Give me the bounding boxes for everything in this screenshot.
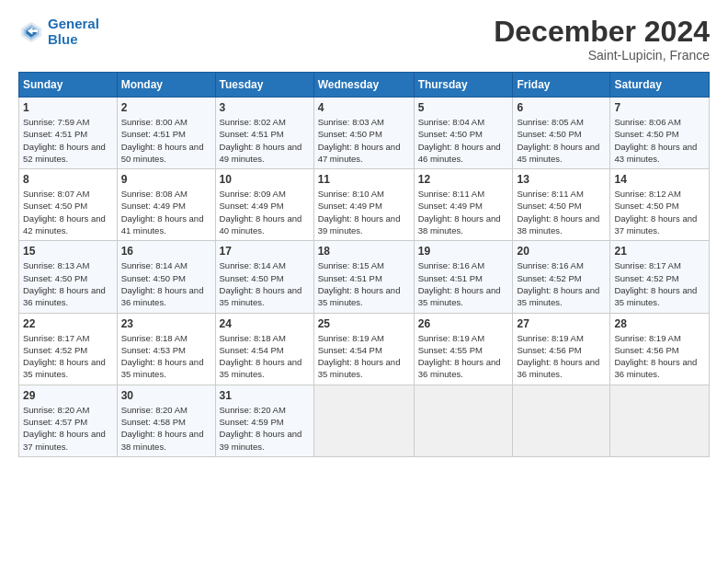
day-number: 3 xyxy=(220,101,310,114)
day-number: 31 xyxy=(220,389,310,402)
day-number: 11 xyxy=(318,173,410,186)
calendar-cell: 24 Sunrise: 8:18 AM Sunset: 4:54 PM Dayl… xyxy=(215,313,313,385)
day-info: Sunrise: 8:11 AM Sunset: 4:50 PM Dayligh… xyxy=(517,188,606,236)
location: Saint-Lupicin, France xyxy=(494,48,710,63)
calendar-cell xyxy=(513,385,610,456)
col-friday: Friday xyxy=(513,73,610,98)
day-info: Sunrise: 8:05 AM Sunset: 4:50 PM Dayligh… xyxy=(517,116,606,165)
day-info: Sunrise: 8:00 AM Sunset: 4:51 PM Dayligh… xyxy=(121,116,211,165)
header-row: Sunday Monday Tuesday Wednesday Thursday… xyxy=(19,73,710,98)
day-info: Sunrise: 8:10 AM Sunset: 4:49 PM Dayligh… xyxy=(318,188,410,236)
day-number: 29 xyxy=(23,389,113,402)
day-number: 19 xyxy=(418,245,509,258)
calendar-cell: 29 Sunrise: 8:20 AM Sunset: 4:57 PM Dayl… xyxy=(19,385,118,456)
calendar-cell: 16 Sunrise: 8:14 AM Sunset: 4:50 PM Dayl… xyxy=(117,241,215,313)
calendar-cell: 11 Sunrise: 8:10 AM Sunset: 4:49 PM Dayl… xyxy=(313,169,414,241)
logo-icon xyxy=(18,19,44,45)
day-info: Sunrise: 8:11 AM Sunset: 4:49 PM Dayligh… xyxy=(418,188,509,236)
day-number: 4 xyxy=(318,101,410,114)
day-number: 14 xyxy=(614,173,705,186)
day-info: Sunrise: 8:19 AM Sunset: 4:55 PM Dayligh… xyxy=(418,332,509,381)
day-number: 18 xyxy=(318,245,410,258)
calendar-cell: 10 Sunrise: 8:09 AM Sunset: 4:49 PM Dayl… xyxy=(215,169,313,241)
day-number: 6 xyxy=(517,101,606,114)
calendar-cell: 22 Sunrise: 8:17 AM Sunset: 4:52 PM Dayl… xyxy=(19,313,118,385)
calendar-week-row: 15 Sunrise: 8:13 AM Sunset: 4:50 PM Dayl… xyxy=(19,241,710,313)
calendar-cell: 12 Sunrise: 8:11 AM Sunset: 4:49 PM Dayl… xyxy=(414,169,513,241)
day-info: Sunrise: 8:09 AM Sunset: 4:49 PM Dayligh… xyxy=(220,188,310,236)
day-number: 12 xyxy=(418,173,509,186)
calendar-cell: 25 Sunrise: 8:19 AM Sunset: 4:54 PM Dayl… xyxy=(313,313,414,385)
day-number: 8 xyxy=(23,173,113,186)
day-info: Sunrise: 8:19 AM Sunset: 4:56 PM Dayligh… xyxy=(517,332,606,381)
calendar-week-row: 8 Sunrise: 8:07 AM Sunset: 4:50 PM Dayli… xyxy=(19,169,710,241)
day-number: 17 xyxy=(220,245,310,258)
calendar-cell: 18 Sunrise: 8:15 AM Sunset: 4:51 PM Dayl… xyxy=(313,241,414,313)
day-info: Sunrise: 8:03 AM Sunset: 4:50 PM Dayligh… xyxy=(318,116,410,165)
day-number: 13 xyxy=(517,173,606,186)
calendar-week-row: 22 Sunrise: 8:17 AM Sunset: 4:52 PM Dayl… xyxy=(19,313,710,385)
day-info: Sunrise: 8:17 AM Sunset: 4:52 PM Dayligh… xyxy=(614,259,705,308)
col-sunday: Sunday xyxy=(19,73,118,98)
calendar-cell: 20 Sunrise: 8:16 AM Sunset: 4:52 PM Dayl… xyxy=(513,241,610,313)
day-number: 9 xyxy=(121,173,211,186)
day-number: 21 xyxy=(614,245,705,258)
calendar-week-row: 29 Sunrise: 8:20 AM Sunset: 4:57 PM Dayl… xyxy=(19,385,710,456)
calendar-cell: 15 Sunrise: 8:13 AM Sunset: 4:50 PM Dayl… xyxy=(19,241,118,313)
day-info: Sunrise: 8:20 AM Sunset: 4:57 PM Dayligh… xyxy=(23,404,113,453)
col-thursday: Thursday xyxy=(414,73,513,98)
calendar-cell xyxy=(414,385,513,456)
day-number: 27 xyxy=(517,317,606,330)
day-info: Sunrise: 8:08 AM Sunset: 4:49 PM Dayligh… xyxy=(121,188,211,236)
calendar-cell: 8 Sunrise: 8:07 AM Sunset: 4:50 PM Dayli… xyxy=(19,169,118,241)
day-number: 25 xyxy=(318,317,410,330)
day-number: 2 xyxy=(121,101,211,114)
header: General Blue December 2024 Saint-Lupicin… xyxy=(18,17,710,63)
day-number: 22 xyxy=(23,317,113,330)
day-info: Sunrise: 8:16 AM Sunset: 4:51 PM Dayligh… xyxy=(418,259,509,308)
calendar-cell: 23 Sunrise: 8:18 AM Sunset: 4:53 PM Dayl… xyxy=(117,313,215,385)
day-number: 16 xyxy=(121,245,211,258)
calendar-cell xyxy=(610,385,710,456)
calendar-cell: 3 Sunrise: 8:02 AM Sunset: 4:51 PM Dayli… xyxy=(215,98,313,169)
calendar-cell: 5 Sunrise: 8:04 AM Sunset: 4:50 PM Dayli… xyxy=(414,98,513,169)
calendar-cell: 4 Sunrise: 8:03 AM Sunset: 4:50 PM Dayli… xyxy=(313,98,414,169)
calendar-cell: 1 Sunrise: 7:59 AM Sunset: 4:51 PM Dayli… xyxy=(19,98,118,169)
day-info: Sunrise: 8:07 AM Sunset: 4:50 PM Dayligh… xyxy=(23,188,113,236)
day-info: Sunrise: 7:59 AM Sunset: 4:51 PM Dayligh… xyxy=(23,116,113,165)
calendar-cell: 17 Sunrise: 8:14 AM Sunset: 4:50 PM Dayl… xyxy=(215,241,313,313)
calendar-table: Sunday Monday Tuesday Wednesday Thursday… xyxy=(18,72,710,457)
day-number: 24 xyxy=(220,317,310,330)
day-info: Sunrise: 8:15 AM Sunset: 4:51 PM Dayligh… xyxy=(318,259,410,308)
calendar-cell: 21 Sunrise: 8:17 AM Sunset: 4:52 PM Dayl… xyxy=(610,241,710,313)
page: General Blue December 2024 Saint-Lupicin… xyxy=(0,0,728,563)
day-info: Sunrise: 8:16 AM Sunset: 4:52 PM Dayligh… xyxy=(517,259,606,308)
calendar-cell: 7 Sunrise: 8:06 AM Sunset: 4:50 PM Dayli… xyxy=(610,98,710,169)
day-info: Sunrise: 8:14 AM Sunset: 4:50 PM Dayligh… xyxy=(121,259,211,308)
calendar-cell: 31 Sunrise: 8:20 AM Sunset: 4:59 PM Dayl… xyxy=(215,385,313,456)
day-info: Sunrise: 8:06 AM Sunset: 4:50 PM Dayligh… xyxy=(614,116,705,165)
title-block: December 2024 Saint-Lupicin, France xyxy=(494,17,710,63)
day-info: Sunrise: 8:20 AM Sunset: 4:59 PM Dayligh… xyxy=(220,404,310,453)
calendar-week-row: 1 Sunrise: 7:59 AM Sunset: 4:51 PM Dayli… xyxy=(19,98,710,169)
calendar-cell: 26 Sunrise: 8:19 AM Sunset: 4:55 PM Dayl… xyxy=(414,313,513,385)
day-info: Sunrise: 8:19 AM Sunset: 4:56 PM Dayligh… xyxy=(614,332,705,381)
day-number: 20 xyxy=(517,245,606,258)
day-info: Sunrise: 8:13 AM Sunset: 4:50 PM Dayligh… xyxy=(23,259,113,308)
day-number: 30 xyxy=(121,389,211,402)
calendar-cell xyxy=(313,385,414,456)
calendar-cell: 2 Sunrise: 8:00 AM Sunset: 4:51 PM Dayli… xyxy=(117,98,215,169)
col-monday: Monday xyxy=(117,73,215,98)
day-info: Sunrise: 8:14 AM Sunset: 4:50 PM Dayligh… xyxy=(220,259,310,308)
day-number: 7 xyxy=(614,101,705,114)
day-info: Sunrise: 8:19 AM Sunset: 4:54 PM Dayligh… xyxy=(318,332,410,381)
calendar-cell: 14 Sunrise: 8:12 AM Sunset: 4:50 PM Dayl… xyxy=(610,169,710,241)
day-info: Sunrise: 8:18 AM Sunset: 4:53 PM Dayligh… xyxy=(121,332,211,381)
col-wednesday: Wednesday xyxy=(313,73,414,98)
day-info: Sunrise: 8:17 AM Sunset: 4:52 PM Dayligh… xyxy=(23,332,113,381)
day-info: Sunrise: 8:02 AM Sunset: 4:51 PM Dayligh… xyxy=(220,116,310,165)
calendar-cell: 9 Sunrise: 8:08 AM Sunset: 4:49 PM Dayli… xyxy=(117,169,215,241)
col-saturday: Saturday xyxy=(610,73,710,98)
calendar-cell: 6 Sunrise: 8:05 AM Sunset: 4:50 PM Dayli… xyxy=(513,98,610,169)
calendar-cell: 13 Sunrise: 8:11 AM Sunset: 4:50 PM Dayl… xyxy=(513,169,610,241)
